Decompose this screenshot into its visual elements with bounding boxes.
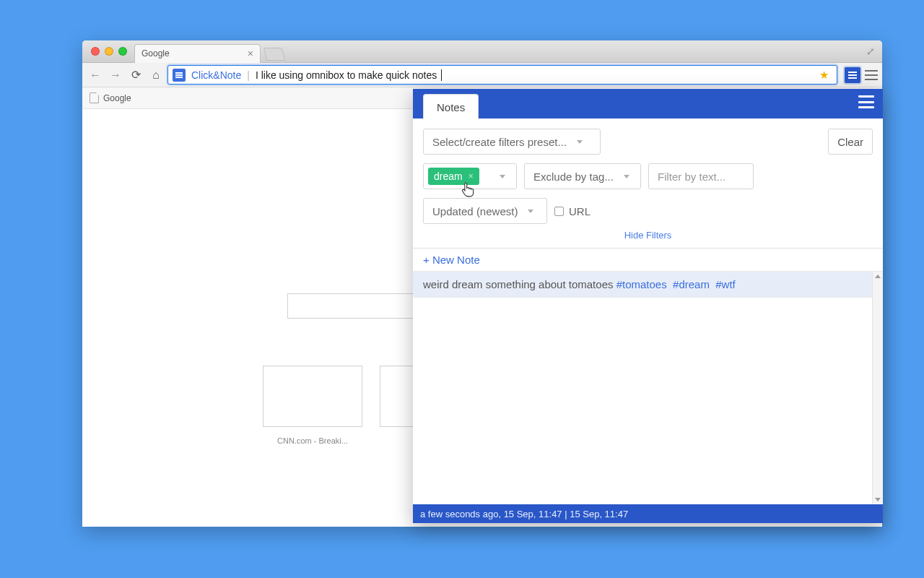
chevron-down-icon bbox=[577, 140, 583, 144]
maximize-window-button[interactable] bbox=[118, 47, 127, 56]
bookmark-item[interactable]: Google bbox=[103, 93, 131, 103]
thumbnail-tile[interactable]: CNN.com - Breaki... bbox=[263, 366, 362, 445]
scrollbar[interactable] bbox=[872, 272, 883, 504]
panel-menu-icon[interactable] bbox=[858, 95, 874, 108]
notes-toolbar: + New Note bbox=[413, 249, 883, 272]
exclude-placeholder: Exclude by tag... bbox=[533, 171, 614, 183]
clicknote-extension-icon[interactable] bbox=[845, 67, 860, 83]
omnibox-text: I like using omnibox to make quick notes bbox=[256, 69, 437, 81]
remove-tag-icon[interactable]: × bbox=[468, 171, 474, 181]
include-tag-select[interactable]: dream × bbox=[423, 163, 517, 189]
close-tab-icon[interactable]: × bbox=[248, 48, 253, 59]
fullscreen-icon[interactable]: ⤢ bbox=[866, 46, 875, 57]
omnibox-extension-label: Click&Note bbox=[191, 69, 241, 81]
forward-button[interactable]: → bbox=[107, 66, 124, 84]
home-button[interactable]: ⌂ bbox=[147, 66, 165, 84]
chevron-down-icon bbox=[500, 175, 505, 178]
panel-status-bar: a few seconds ago, 15 Sep, 11:47 | 15 Se… bbox=[413, 504, 883, 523]
preset-placeholder: Select/create filters preset... bbox=[432, 136, 567, 148]
notes-list: weird dream something about tomatoes #to… bbox=[413, 272, 883, 504]
panel-header: Notes bbox=[413, 89, 883, 118]
browser-tab[interactable]: Google × bbox=[134, 44, 261, 63]
url-filter-toggle[interactable]: URL bbox=[554, 205, 590, 217]
chevron-down-icon bbox=[624, 175, 629, 178]
checkbox-icon[interactable] bbox=[554, 207, 564, 216]
note-tag[interactable]: #wtf bbox=[715, 278, 736, 290]
tag-chip[interactable]: dream × bbox=[428, 168, 479, 185]
sort-label: Updated (newest) bbox=[432, 205, 518, 217]
status-text: a few seconds ago, 15 Sep, 11:47 | 15 Se… bbox=[420, 509, 628, 519]
tab-strip: Google × ⤢ bbox=[82, 40, 882, 63]
filter-text-placeholder: Filter by text... bbox=[658, 171, 725, 183]
notes-panel: Notes Select/create filters preset... Cl… bbox=[413, 89, 883, 523]
browser-menu-icon[interactable] bbox=[865, 70, 878, 80]
url-label: URL bbox=[569, 205, 590, 217]
browser-toolbar: ← → ⟳ ⌂ Click&Note | I like using omnibo… bbox=[82, 63, 882, 87]
filter-text-input[interactable]: Filter by text... bbox=[648, 163, 754, 189]
extension-omnibox-icon bbox=[173, 69, 186, 82]
scroll-up-icon[interactable] bbox=[875, 275, 881, 278]
omnibox[interactable]: Click&Note | I like using omnibox to mak… bbox=[167, 65, 837, 85]
filters-section: Select/create filters preset... Clear dr… bbox=[413, 118, 883, 249]
chevron-down-icon bbox=[528, 210, 533, 213]
note-tag[interactable]: #dream bbox=[673, 278, 710, 290]
preset-select[interactable]: Select/create filters preset... bbox=[423, 129, 601, 155]
tab-title: Google bbox=[141, 48, 170, 59]
note-row[interactable]: weird dream something about tomatoes #to… bbox=[413, 272, 883, 298]
hide-filters-link[interactable]: Hide Filters bbox=[423, 230, 873, 241]
new-tab-button[interactable] bbox=[263, 48, 286, 61]
bookmark-star-icon[interactable]: ★ bbox=[819, 69, 832, 82]
minimize-window-button[interactable] bbox=[105, 47, 113, 56]
omnibox-separator: | bbox=[247, 69, 250, 81]
tab-notes[interactable]: Notes bbox=[423, 94, 479, 119]
text-caret bbox=[441, 69, 442, 81]
exclude-tag-select[interactable]: Exclude by tag... bbox=[524, 163, 641, 189]
window-controls bbox=[88, 47, 134, 56]
new-note-button[interactable]: + New Note bbox=[423, 254, 480, 266]
page-icon bbox=[90, 92, 99, 103]
close-window-button[interactable] bbox=[91, 47, 100, 56]
back-button[interactable]: ← bbox=[87, 66, 104, 84]
clear-button[interactable]: Clear bbox=[828, 129, 873, 155]
note-text: weird dream something about tomatoes bbox=[423, 278, 613, 290]
scroll-down-icon[interactable] bbox=[875, 498, 881, 501]
reload-button[interactable]: ⟳ bbox=[127, 66, 144, 84]
thumbnail-label: CNN.com - Breaki... bbox=[263, 436, 362, 445]
tag-label: dream bbox=[434, 171, 463, 182]
sort-select[interactable]: Updated (newest) bbox=[423, 198, 547, 224]
note-tag[interactable]: #tomatoes bbox=[616, 278, 667, 290]
